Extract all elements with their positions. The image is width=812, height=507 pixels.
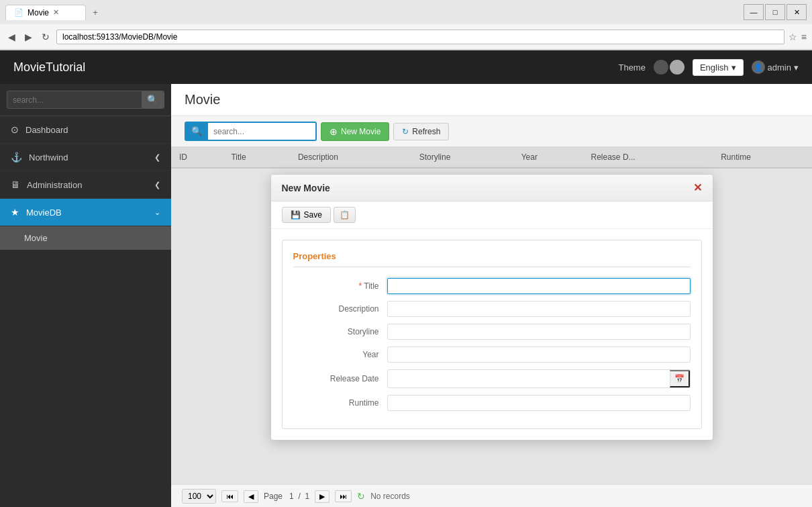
window-controls: — □ ✕ xyxy=(744,4,807,20)
total-pages: 1 xyxy=(305,492,309,501)
page-size-select[interactable]: 100 10 25 50 xyxy=(182,489,216,504)
page-header: Movie xyxy=(171,84,812,116)
title-label: * Title xyxy=(293,281,387,291)
last-page-btn[interactable]: ⏭ xyxy=(335,490,352,502)
page-info: Page 1 / 1 xyxy=(264,492,309,501)
toolbar-search-input[interactable] xyxy=(208,124,315,139)
year-input[interactable] xyxy=(387,347,691,363)
date-picker-btn[interactable]: 📅 xyxy=(670,370,690,387)
form-row-year: Year xyxy=(293,347,691,363)
modal-toolbar: 💾 Save 📋 xyxy=(271,201,713,229)
tab-title: Movie xyxy=(28,8,49,17)
browser-tab[interactable]: 📄 Movie ✕ xyxy=(5,5,86,20)
description-input[interactable] xyxy=(387,301,691,317)
address-input[interactable] xyxy=(56,30,784,44)
app-title: MovieTutorial xyxy=(13,60,85,75)
sidebar-item-administration[interactable]: 🖥 Administration ❮ xyxy=(0,171,171,199)
form-row-release-date: Release Date 📅 xyxy=(293,369,691,388)
new-movie-label: New Movie xyxy=(341,127,380,136)
pagination: 100 10 25 50 ⏮ ◀ Page 1 / 1 ▶ ⏭ ↻ No rec… xyxy=(171,484,812,507)
storyline-label: Storyline xyxy=(293,327,387,336)
anchor-icon: ⚓ xyxy=(11,152,22,163)
sidebar-nav: ⊙ Dashboard ⚓ Northwind ❮ 🖥 Administrati… xyxy=(0,116,171,507)
search-box: 🔍 xyxy=(185,122,317,141)
properties-title: Properties xyxy=(293,251,691,267)
refresh-button[interactable]: ↻ Refresh xyxy=(393,123,449,140)
properties-section: Properties * Title xyxy=(282,240,702,429)
theme-label: Theme xyxy=(618,62,645,73)
table-area: ID Title Description Storyline Year Rele… xyxy=(171,147,812,484)
forward-btn[interactable]: ▶ xyxy=(22,30,35,44)
no-records-label: No records xyxy=(370,492,410,501)
storyline-input[interactable] xyxy=(387,324,691,340)
toolbar-search-btn[interactable]: 🔍 xyxy=(186,123,208,140)
pagination-refresh-icon[interactable]: ↻ xyxy=(357,491,365,502)
form-row-title: * Title xyxy=(293,278,691,294)
monitor-icon: 🖥 xyxy=(11,179,20,190)
menu-icon[interactable]: ≡ xyxy=(801,32,807,42)
minimize-btn[interactable]: — xyxy=(744,4,764,20)
address-bar: ◀ ▶ ↻ ☆ ≡ xyxy=(0,24,812,50)
form-row-description: Description xyxy=(293,301,691,317)
refresh-icon: ↻ xyxy=(402,127,409,136)
chevron-left-icon: ❮ xyxy=(154,181,160,189)
modal-overlay: New Movie ✕ 💾 Save 📋 xyxy=(171,147,812,484)
maximize-btn[interactable]: □ xyxy=(765,4,785,20)
tab-close-btn[interactable]: ✕ xyxy=(53,8,59,17)
extra-action-btn[interactable]: 📋 xyxy=(334,207,356,223)
chevron-left-icon: ❮ xyxy=(154,153,160,162)
new-tab-btn[interactable]: + xyxy=(86,3,105,21)
release-date-wrap: 📅 xyxy=(387,369,691,388)
prev-page-btn[interactable]: ◀ xyxy=(244,490,258,503)
refresh-label: Refresh xyxy=(412,127,440,136)
first-page-btn[interactable]: ⏮ xyxy=(221,490,238,502)
sidebar-item-moviedb[interactable]: ★ MovieDB ⌄ xyxy=(0,199,171,226)
theme-toggle[interactable] xyxy=(654,60,684,75)
action-icon: 📋 xyxy=(340,210,350,220)
new-movie-button[interactable]: ⊕ New Movie xyxy=(321,122,389,141)
back-btn[interactable]: ◀ xyxy=(5,30,18,44)
sidebar-search-btn[interactable]: 🔍 xyxy=(142,91,164,108)
sidebar-search-wrap: 🔍 xyxy=(7,91,164,109)
sidebar-subitem-label: Movie xyxy=(24,233,48,243)
dashboard-icon: ⊙ xyxy=(11,124,19,135)
main-content: Movie 🔍 ⊕ New Movie ↻ Refresh xyxy=(171,84,812,507)
star-icon[interactable]: ☆ xyxy=(789,32,797,42)
toolbar: 🔍 ⊕ New Movie ↻ Refresh xyxy=(171,116,812,147)
app: MovieTutorial Theme English ▾ 👤 admin ▾ xyxy=(0,50,812,507)
sidebar-search-input[interactable] xyxy=(7,92,142,108)
sidebar-item-dashboard[interactable]: ⊙ Dashboard xyxy=(0,116,171,144)
theme-light-btn[interactable] xyxy=(670,60,684,75)
save-button[interactable]: 💾 Save xyxy=(282,207,331,223)
release-date-label: Release Date xyxy=(293,374,387,383)
plus-circle-icon: ⊕ xyxy=(329,126,338,137)
title-bar: 📄 Movie ✕ + — □ ✕ xyxy=(0,0,812,24)
user-menu-btn[interactable]: 👤 admin ▾ xyxy=(752,60,799,74)
save-icon: 💾 xyxy=(291,210,301,220)
sidebar-item-label: Administration xyxy=(27,180,148,190)
form-row-storyline: Storyline xyxy=(293,324,691,340)
refresh-nav-btn[interactable]: ↻ xyxy=(39,30,52,44)
user-avatar: 👤 xyxy=(752,60,765,74)
app-body: 🔍 ⊙ Dashboard ⚓ Northwind ❮ 🖥 Administra… xyxy=(0,84,812,507)
next-page-btn[interactable]: ▶ xyxy=(315,490,329,503)
new-movie-modal: New Movie ✕ 💾 Save 📋 xyxy=(270,174,713,441)
theme-dark-btn[interactable] xyxy=(654,60,668,75)
chevron-down-icon: ⌄ xyxy=(154,208,160,217)
tab-icon: 📄 xyxy=(14,8,23,17)
language-btn[interactable]: English ▾ xyxy=(693,59,744,76)
sidebar-item-label: MovieDB xyxy=(26,208,148,218)
sidebar-search-area: 🔍 xyxy=(0,84,171,116)
sidebar-subitem-movie[interactable]: Movie xyxy=(0,226,171,250)
release-date-input[interactable] xyxy=(388,371,670,386)
save-label: Save xyxy=(304,210,322,220)
runtime-input[interactable] xyxy=(387,395,691,411)
modal-close-btn[interactable]: ✕ xyxy=(693,181,702,194)
page-label: Page xyxy=(264,492,283,501)
title-input[interactable] xyxy=(387,278,691,294)
close-btn[interactable]: ✕ xyxy=(786,4,807,20)
modal-body: Properties * Title xyxy=(271,229,713,440)
sidebar-item-northwind[interactable]: ⚓ Northwind ❮ xyxy=(0,144,171,171)
browser-chrome: 📄 Movie ✕ + — □ ✕ ◀ ▶ ↻ ☆ ≡ xyxy=(0,0,812,50)
lang-arrow-icon: ▾ xyxy=(731,62,736,73)
